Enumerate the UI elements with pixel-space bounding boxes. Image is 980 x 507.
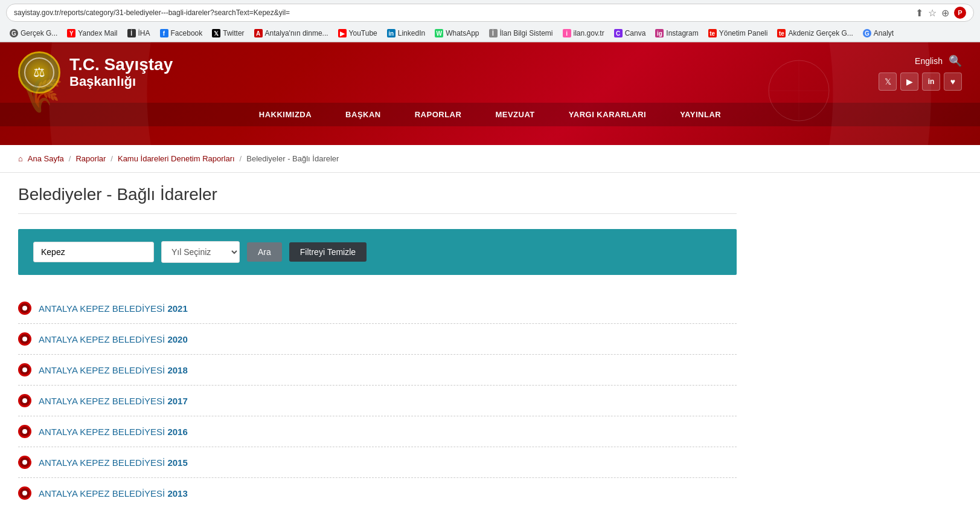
search-button[interactable]: 🔍 [949, 54, 962, 68]
list-item: ANTALYA KEPEZ BELEDİYESİ 2020 [18, 324, 737, 355]
result-year-1: 2020 [167, 334, 187, 344]
bookmark-yandex[interactable]: Y Yandex Mail [63, 28, 121, 39]
bookmark-whatsapp[interactable]: W WhatsApp [431, 28, 482, 39]
bookmark-yonetim[interactable]: te Yönetim Paneli [705, 28, 772, 39]
bookmark-twitter[interactable]: 𝕏 Twitter [208, 28, 248, 39]
address-bar-row: sayistay.gov.tr/reports/category/31-bele… [0, 0, 980, 25]
result-year-2: 2018 [167, 365, 187, 375]
heart-social-button[interactable]: ♥ [944, 73, 962, 91]
nav-raporlar[interactable]: RAPORLAR [398, 103, 479, 126]
result-link-1[interactable]: ANTALYA KEPEZ BELEDİYESİ 2020 [39, 334, 188, 344]
extension-icon[interactable]: ⊕ [941, 7, 949, 19]
bookmark-label-whatsapp: WhatsApp [446, 29, 479, 37]
result-bullet-inner [22, 337, 27, 341]
bookmark-favicon-instagram: ig [655, 29, 664, 37]
bookmark-akdeniz[interactable]: te Akdeniz Gerçek G... [773, 28, 856, 39]
bookmark-favicon-linkedin: in [387, 29, 396, 37]
result-link-0[interactable]: ANTALYA KEPEZ BELEDİYESİ 2021 [39, 303, 188, 314]
address-bar[interactable]: sayistay.gov.tr/reports/category/31-bele… [6, 4, 974, 22]
result-bullet [18, 425, 31, 438]
result-bullet [18, 363, 31, 376]
bookmark-label-instagram: Instagram [666, 29, 698, 37]
bookmark-favicon-canva: C [614, 29, 623, 37]
bookmark-label-antalya: Antalya'nın dinme... [265, 29, 328, 37]
home-icon: ⌂ [18, 154, 23, 163]
nav-hakkimizda[interactable]: HAKKIMIZDA [242, 103, 328, 126]
clear-filter-button[interactable]: Filtreyi Temizle [289, 242, 367, 262]
result-year-4: 2016 [167, 427, 187, 437]
youtube-social-button[interactable]: ▶ [900, 73, 918, 91]
logo-text-sub: Başkanlığı [69, 74, 173, 89]
result-link-4[interactable]: ANTALYA KEPEZ BELEDİYESİ 2016 [39, 427, 188, 437]
nav-yargi[interactable]: YARGI KARARLARI [552, 103, 663, 126]
bookmark-favicon-whatsapp: W [435, 29, 443, 37]
breadcrumb-kamu-link[interactable]: Kamu İdareleri Denetim Raporları [118, 154, 235, 163]
bookmark-ilan-gov[interactable]: i ilan.gov.tr [559, 28, 608, 39]
browser-action-icons: ⬆ ☆ ⊕ P [915, 7, 966, 19]
result-bullet [18, 332, 31, 346]
result-link-2[interactable]: ANTALYA KEPEZ BELEDİYESİ 2018 [39, 365, 188, 375]
bookmark-label-akdeniz: Akdeniz Gerçek G... [788, 29, 853, 37]
list-item: ANTALYA KEPEZ BELEDİYESİ 2021 [18, 293, 737, 324]
bookmark-antalya[interactable]: A Antalya'nın dinme... [251, 28, 332, 39]
result-link-5[interactable]: ANTALYA KEPEZ BELEDİYESİ 2015 [39, 457, 188, 468]
bookmark-youtube[interactable]: ▶ YouTube [335, 28, 381, 39]
breadcrumb-home-link[interactable]: Ana Sayfa [28, 154, 64, 163]
bookmark-canva[interactable]: C Canva [610, 28, 650, 39]
bookmark-label-canva: Canva [625, 29, 646, 37]
breadcrumb-sep-3: / [240, 154, 242, 163]
bookmark-favicon-youtube: ▶ [338, 29, 347, 37]
results-list: ANTALYA KEPEZ BELEDİYESİ 2021 ANTALYA KE… [18, 293, 737, 507]
bookmark-favicon-gercek: G [10, 29, 18, 37]
bookmark-favicon-ilan-bilgi: İ [489, 29, 498, 37]
nav-baskan[interactable]: BAŞKAN [328, 103, 398, 126]
bookmark-label-youtube: YouTube [349, 29, 377, 37]
share-icon[interactable]: ⬆ [915, 7, 923, 19]
site-header: 🌾 ⚖ T.C. Sayıştay Başkanlığı English 🔍 [0, 42, 980, 145]
star-icon[interactable]: ☆ [928, 7, 937, 19]
url-text: sayistay.gov.tr/reports/category/31-bele… [14, 8, 290, 17]
year-select[interactable]: Yıl Seçiniz 2021 2020 2019 2018 2017 201… [161, 241, 240, 263]
twitter-social-button[interactable]: 𝕏 [879, 73, 897, 91]
bookmark-favicon-yonetim: te [708, 29, 717, 37]
profile-icon[interactable]: P [954, 7, 966, 19]
bookmark-label-twitter: Twitter [223, 29, 244, 37]
breadcrumb-raporlar-link[interactable]: Raporlar [75, 154, 106, 163]
result-bullet-inner [22, 491, 27, 496]
list-item: ANTALYA KEPEZ BELEDİYESİ 2018 [18, 355, 737, 386]
bookmark-favicon-facebook: f [160, 29, 168, 37]
search-button[interactable]: Ara [247, 242, 282, 262]
breadcrumb-section: ⌂ Ana Sayfa / Raporlar / Kamu İdareleri … [0, 145, 980, 173]
bookmark-label-analyt: Analyt [874, 29, 894, 37]
linkedin-social-button[interactable]: in [922, 73, 940, 91]
bookmark-favicon-ilan-gov: i [563, 29, 571, 37]
bookmark-gercek[interactable]: G Gerçek G... [6, 28, 61, 39]
result-bullet [18, 302, 31, 315]
header-lang-search: English 🔍 [915, 54, 962, 68]
bookmark-instagram[interactable]: ig Instagram [652, 28, 702, 39]
bookmarks-bar: G Gerçek G... Y Yandex Mail İ İHA f Face… [0, 25, 980, 42]
nav-mevzuat[interactable]: MEVZUAT [478, 103, 551, 126]
list-item: ANTALYA KEPEZ BELEDİYESİ 2016 [18, 416, 737, 447]
bookmark-ilan-bilgi[interactable]: İ İlan Bilgi Sistemi [485, 28, 557, 39]
bookmark-analyt[interactable]: G Analyt [859, 28, 897, 39]
bookmark-favicon-twitter: 𝕏 [212, 29, 220, 37]
bookmark-favicon-akdeniz: te [777, 29, 786, 37]
bookmark-linkedin[interactable]: in LinkedIn [383, 28, 429, 39]
result-link-6[interactable]: ANTALYA KEPEZ BELEDİYESİ 2013 [39, 488, 188, 499]
bookmark-facebook[interactable]: f Facebook [156, 28, 207, 39]
bookmark-iha[interactable]: İ İHA [124, 28, 154, 39]
search-input[interactable] [33, 242, 154, 262]
nav-yayinlar[interactable]: YAYINLAR [663, 103, 738, 126]
result-link-3[interactable]: ANTALYA KEPEZ BELEDİYESİ 2017 [39, 396, 188, 406]
header-right: English 🔍 𝕏 ▶ in ♥ [879, 54, 962, 91]
browser-chrome: sayistay.gov.tr/reports/category/31-bele… [0, 0, 980, 42]
list-item: ANTALYA KEPEZ BELEDİYESİ 2013 [18, 478, 737, 507]
bookmark-label-gercek: Gerçek G... [21, 29, 57, 37]
language-button[interactable]: English [915, 56, 943, 66]
result-year-0: 2021 [167, 303, 187, 314]
bookmark-favicon-analyt: G [863, 29, 871, 37]
result-bullet-inner [22, 429, 27, 434]
bookmark-label-facebook: Facebook [171, 29, 203, 37]
bookmark-label-ilan-bilgi: İlan Bilgi Sistemi [500, 29, 553, 37]
